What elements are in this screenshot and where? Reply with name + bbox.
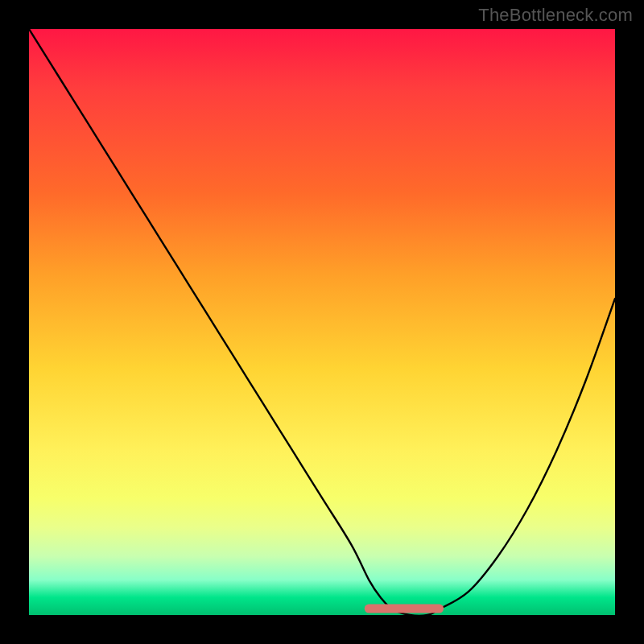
chart-frame: TheBottleneck.com — [0, 0, 644, 644]
chart-svg — [29, 29, 615, 615]
bottleneck-curve — [29, 29, 615, 615]
watermark-text: TheBottleneck.com — [478, 5, 633, 26]
chart-plot-area — [29, 29, 615, 615]
